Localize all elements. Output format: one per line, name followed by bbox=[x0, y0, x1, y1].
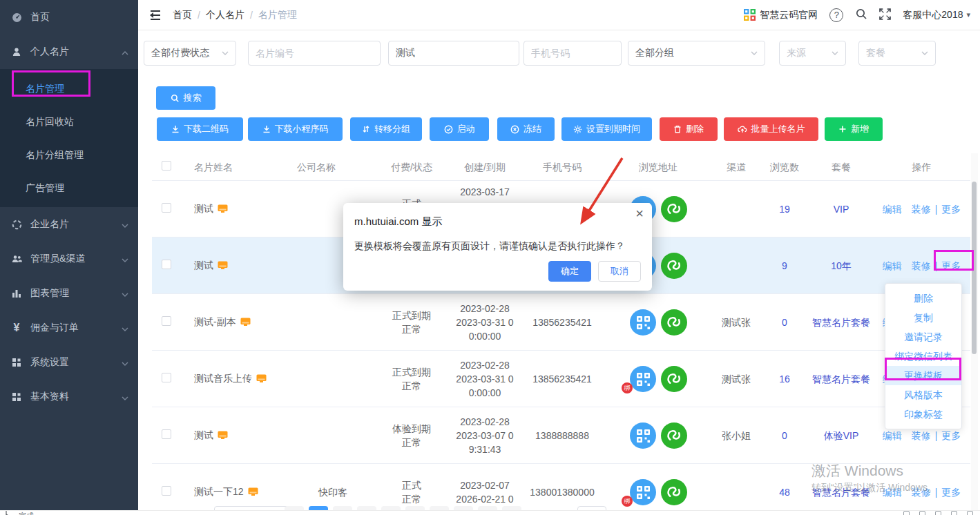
menu-item-invite-records[interactable]: 邀请记录 bbox=[885, 327, 961, 347]
sidebar-item-commission-orders[interactable]: ¥ 佣金与订单 bbox=[0, 311, 138, 345]
set-expiry-button[interactable]: 设置到期时间 bbox=[561, 117, 652, 141]
wechat-icon[interactable] bbox=[661, 309, 687, 336]
qr-logo-icon bbox=[744, 9, 756, 21]
wechat-icon[interactable] bbox=[661, 366, 687, 392]
chevron-down-icon bbox=[122, 357, 128, 368]
download-miniprogram-button[interactable]: 下载小程序码 bbox=[248, 117, 343, 141]
table-row: 测试 体验到期正常 2023-02-282023-03-07 09:31:43 … bbox=[152, 407, 970, 464]
edit-link[interactable]: 编辑 bbox=[883, 259, 902, 273]
package-label[interactable]: 智慧名片套餐 bbox=[809, 372, 873, 386]
help-icon[interactable]: ? bbox=[829, 8, 843, 22]
decorate-link[interactable]: 装修 bbox=[912, 485, 931, 499]
row-checkbox[interactable] bbox=[162, 203, 171, 213]
admins-icon bbox=[11, 253, 22, 264]
more-link[interactable]: 更多 bbox=[941, 485, 961, 499]
sidebar-item-system-settings[interactable]: 系统设置 bbox=[0, 345, 138, 380]
sidebar-item-label: 个人名片 bbox=[30, 46, 122, 58]
menu-item-copy[interactable]: 复制 bbox=[885, 308, 961, 327]
qr-code-icon[interactable] bbox=[630, 422, 656, 449]
sidebar-item-admins-channels[interactable]: 管理员&渠道 bbox=[0, 242, 138, 276]
row-checkbox[interactable] bbox=[162, 260, 171, 269]
edit-link[interactable]: 编辑 bbox=[883, 202, 902, 216]
col-url: 浏览地址 bbox=[604, 160, 713, 174]
views-count[interactable]: 16 bbox=[760, 372, 809, 386]
wechat-icon[interactable] bbox=[661, 253, 687, 279]
select-all-checkbox[interactable] bbox=[162, 161, 171, 171]
qr-code-icon[interactable] bbox=[630, 366, 656, 392]
activate-button[interactable]: 启动 bbox=[430, 117, 489, 141]
row-checkbox[interactable] bbox=[162, 373, 171, 382]
chevron-down-icon bbox=[122, 391, 128, 402]
fullscreen-icon[interactable] bbox=[879, 8, 891, 22]
decorate-link[interactable]: 装修 bbox=[912, 259, 931, 273]
wechat-icon[interactable] bbox=[661, 196, 687, 222]
user-menu[interactable]: 客服中心2018 ▾ bbox=[903, 9, 970, 21]
search-button[interactable]: 搜索 bbox=[156, 86, 215, 110]
card-name-input[interactable] bbox=[396, 48, 512, 59]
views-count[interactable]: 48 bbox=[760, 485, 809, 499]
download-qr-button[interactable]: 下载二维码 bbox=[157, 117, 243, 141]
topbar: 首页 / 个人名片 / 名片管理 智慧云码官网 ? 客服中心2018 ▾ bbox=[138, 0, 980, 30]
site-link[interactable]: 智慧云码官网 bbox=[744, 9, 818, 21]
confirm-button[interactable]: 确定 bbox=[548, 261, 591, 282]
menu-item-style-version[interactable]: 风格版本 bbox=[885, 385, 961, 405]
phone-input[interactable] bbox=[531, 48, 614, 59]
add-new-button[interactable]: 新增 bbox=[825, 117, 883, 141]
row-checkbox[interactable] bbox=[162, 429, 171, 439]
qr-code-icon[interactable] bbox=[630, 309, 656, 336]
sidebar-item-card-groups[interactable]: 名片分组管理 bbox=[0, 138, 138, 171]
edit-link[interactable]: 编辑 bbox=[883, 429, 902, 443]
edit-link[interactable]: 编辑 bbox=[883, 485, 902, 499]
breadcrumb-home[interactable]: 首页 bbox=[173, 9, 192, 21]
row-checkbox[interactable] bbox=[162, 316, 171, 326]
vertical-scrollbar[interactable] bbox=[971, 153, 978, 510]
sidebar-item-personal-cards[interactable]: 个人名片 bbox=[0, 35, 138, 69]
decorate-link[interactable]: 装修 bbox=[912, 429, 931, 443]
group-select[interactable]: 全部分组 bbox=[628, 41, 765, 66]
sidebar-item-card-recycle[interactable]: 名片回收站 bbox=[0, 105, 138, 138]
more-link[interactable]: 更多 bbox=[941, 202, 961, 216]
views-count[interactable]: 19 bbox=[760, 202, 809, 216]
delete-button[interactable]: 删除 bbox=[660, 117, 718, 141]
package-label[interactable]: VIP bbox=[809, 202, 873, 216]
sidebar-item-ad-management[interactable]: 广告管理 bbox=[0, 171, 138, 204]
search-icon[interactable] bbox=[855, 8, 867, 22]
qr-code-icon[interactable] bbox=[630, 479, 656, 505]
annotation-box-change-template bbox=[885, 358, 961, 380]
menu-item-delete[interactable]: 删除 bbox=[885, 289, 961, 308]
package-label[interactable]: 智慧名片套餐 bbox=[809, 315, 873, 329]
wechat-icon[interactable] bbox=[661, 479, 687, 505]
row-checkbox[interactable] bbox=[162, 486, 171, 496]
views-count[interactable]: 0 bbox=[760, 429, 809, 443]
sidebar-item-enterprise-cards[interactable]: 企业名片 bbox=[0, 207, 138, 242]
batch-upload-button[interactable]: 批量上传名片 bbox=[724, 117, 818, 141]
decorate-link[interactable]: 装修 bbox=[912, 202, 931, 216]
sidebar-item-basic-profile[interactable]: 基本资料 bbox=[0, 380, 138, 414]
sidebar-item-chart-management[interactable]: 图表管理 bbox=[0, 276, 138, 311]
menu-item-impression-tags[interactable]: 印象标签 bbox=[885, 405, 961, 424]
transfer-icon bbox=[362, 125, 370, 133]
more-link[interactable]: 更多 bbox=[941, 429, 961, 443]
transfer-group-button[interactable]: 转移分组 bbox=[350, 117, 422, 141]
views-count[interactable]: 9 bbox=[760, 259, 809, 273]
source-select[interactable]: 来源 bbox=[779, 41, 846, 66]
profile-icon bbox=[11, 391, 22, 402]
sidebar-item-home[interactable]: 首页 bbox=[0, 0, 138, 35]
package-label[interactable]: 智慧名片套餐 bbox=[809, 485, 873, 499]
views-count[interactable]: 0 bbox=[760, 315, 809, 329]
package-select[interactable]: 套餐 bbox=[858, 41, 936, 66]
freeze-button[interactable]: 冻结 bbox=[497, 117, 555, 141]
trash-icon bbox=[673, 125, 682, 133]
chevron-down-icon bbox=[122, 288, 128, 299]
breadcrumb-section[interactable]: 个人名片 bbox=[206, 9, 244, 21]
package-label[interactable]: 体验VIP bbox=[809, 429, 873, 443]
wechat-icon[interactable] bbox=[661, 422, 687, 449]
card-number-input[interactable] bbox=[256, 48, 373, 59]
package-label[interactable]: 10年 bbox=[809, 259, 873, 273]
card-number-input-box bbox=[248, 41, 381, 66]
dialog-title: m.hutuiai.com 显示 bbox=[354, 215, 641, 229]
pay-status-select[interactable]: 全部付费状态 bbox=[144, 41, 236, 66]
cancel-button[interactable]: 取消 bbox=[598, 261, 641, 282]
close-icon[interactable]: × bbox=[635, 206, 644, 222]
collapse-sidebar-icon[interactable] bbox=[148, 10, 160, 20]
